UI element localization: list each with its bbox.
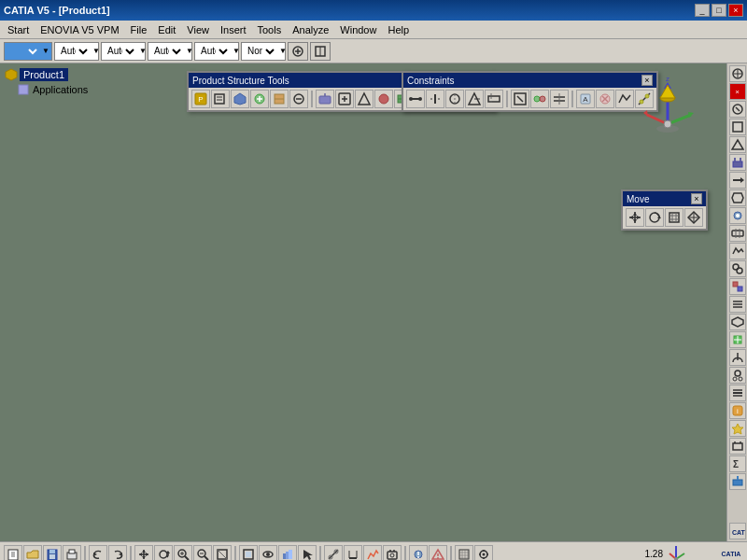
rs-icon-17[interactable] [729, 385, 746, 401]
bt-misc-1[interactable] [409, 545, 428, 561]
rs-icon-3[interactable] [729, 136, 746, 153]
bt-meas-2[interactable] [344, 545, 362, 561]
rs-icon-7[interactable] [729, 207, 746, 224]
menu-tools[interactable]: Tools [251, 22, 287, 37]
toolbar-select-6[interactable]: None [244, 43, 277, 60]
bt-zoom-out[interactable] [193, 545, 212, 561]
close-button[interactable]: × [728, 4, 743, 17]
menu-help[interactable]: Help [382, 22, 415, 37]
move-icon-3[interactable] [665, 208, 684, 227]
bt-analysis[interactable] [363, 545, 382, 561]
constraints-icon-11[interactable] [615, 90, 634, 108]
menu-analyze[interactable]: Analyze [287, 22, 334, 37]
menu-view[interactable]: View [181, 22, 215, 37]
menu-insert[interactable]: Insert [215, 22, 252, 37]
bt-undo[interactable] [89, 545, 107, 561]
constraints-icon-7[interactable] [530, 90, 549, 108]
toolbar-dropdown-4[interactable]: Auto ▼ [148, 42, 192, 61]
rs-icon-6[interactable] [729, 189, 746, 206]
rs-icon-21[interactable]: Σ [729, 455, 746, 472]
rs-icon-13[interactable] [729, 314, 746, 330]
move-icon-4[interactable] [684, 208, 703, 227]
constraints-icon-3[interactable] [445, 90, 464, 108]
menu-edit[interactable]: Edit [152, 22, 181, 37]
toolbar-dropdown-6[interactable]: None ▼ [241, 42, 286, 61]
menu-start[interactable]: Start [2, 22, 35, 37]
bt-grid[interactable] [455, 545, 473, 561]
menu-enovia[interactable]: ENOVIA V5 VPM [35, 22, 124, 37]
move-icon-2[interactable] [645, 208, 664, 227]
constraints-icon-5[interactable] [485, 90, 503, 108]
rs-icon-22[interactable] [729, 473, 746, 490]
bt-print[interactable] [63, 545, 81, 561]
bt-snapshot[interactable] [383, 545, 402, 561]
pst-icon-5[interactable] [270, 90, 289, 108]
pst-icon-2[interactable] [211, 90, 230, 108]
pst-icon-1[interactable]: P [191, 90, 210, 108]
minimize-button[interactable]: _ [695, 4, 710, 17]
toolbar-dropdown-3[interactable]: Auto ▼ [101, 42, 146, 61]
rs-icon-close[interactable]: × [729, 83, 746, 100]
rs-icon-8[interactable] [729, 225, 746, 242]
rs-icon-1[interactable] [729, 101, 746, 118]
rs-icon-5[interactable] [729, 172, 746, 189]
constraints-icon-10[interactable] [596, 90, 614, 108]
toolbar-select-3[interactable]: Auto [104, 43, 137, 60]
pst-icon-9[interactable] [355, 90, 374, 108]
rs-icon-20[interactable] [729, 438, 746, 455]
toolbar-select-1[interactable] [7, 43, 40, 60]
rs-icon-11[interactable] [729, 278, 746, 295]
move-toolbar-header[interactable]: Move × [623, 191, 706, 206]
menu-window[interactable]: Window [334, 22, 382, 37]
constraints-toolbar-header[interactable]: Constraints × [403, 73, 656, 88]
constraints-icon-1[interactable] [406, 90, 425, 108]
rs-icon-18[interactable]: i [729, 402, 746, 419]
bt-graphic-props[interactable] [278, 545, 297, 561]
rs-icon-15[interactable] [729, 349, 746, 366]
bt-misc-2[interactable] [429, 545, 447, 561]
move-icon-1[interactable] [626, 208, 644, 227]
bt-fit-all[interactable] [213, 545, 232, 561]
toolbar-dropdown-2[interactable]: Auto ▼ [54, 42, 99, 61]
rs-icon-19[interactable] [729, 420, 746, 437]
toolbar-dropdown-1[interactable]: ▼ [4, 42, 52, 61]
menu-file[interactable]: File [125, 22, 153, 37]
constraints-icon-4[interactable] [465, 90, 484, 108]
toolbar-select-5[interactable]: Auto [197, 43, 231, 60]
constraints-icon-8[interactable] [550, 90, 569, 108]
rs-icon-16[interactable] [729, 367, 746, 384]
constraints-icon-9[interactable]: A [576, 90, 595, 108]
rs-icon-14[interactable] [729, 331, 746, 348]
toolbar-dropdown-5[interactable]: Auto ▼ [194, 42, 239, 61]
rs-icon-12[interactable] [729, 296, 746, 313]
toolbar-select-2[interactable]: Auto [57, 43, 91, 60]
tree-item-product1[interactable]: Product1 [20, 68, 68, 81]
bt-rotate[interactable] [154, 545, 173, 561]
pst-icon-7[interactable] [316, 90, 334, 108]
rs-icon-4[interactable] [729, 154, 746, 171]
rs-icon-9[interactable] [729, 243, 746, 259]
pst-icon-6[interactable] [289, 90, 308, 108]
constraints-icon-6[interactable] [511, 90, 529, 108]
bt-meas-1[interactable] [324, 545, 343, 561]
rs-icon-10[interactable] [729, 260, 746, 277]
bt-new[interactable] [4, 545, 22, 561]
pst-icon-4[interactable] [250, 90, 269, 108]
bt-redo[interactable] [108, 545, 127, 561]
bt-save[interactable] [43, 545, 62, 561]
rs-icon-compass[interactable] [729, 65, 746, 82]
bt-normal-view[interactable] [239, 545, 258, 561]
pst-icon-10[interactable] [374, 90, 393, 108]
rs-icon-2[interactable] [729, 119, 746, 135]
toolbar-select-4[interactable]: Auto [150, 43, 184, 60]
pst-icon-3[interactable] [231, 90, 249, 108]
bt-open[interactable] [23, 545, 42, 561]
bt-hide-show[interactable] [259, 545, 277, 561]
toolbar-icon-btn-1[interactable] [288, 42, 308, 61]
constraints-icon-2[interactable] [426, 90, 444, 108]
move-toolbar-close[interactable]: × [691, 193, 702, 204]
bt-snap[interactable] [474, 545, 493, 561]
toolbar-icon-btn-2[interactable] [310, 42, 331, 61]
bt-pan[interactable] [134, 545, 153, 561]
bt-zoom-in[interactable] [174, 545, 192, 561]
